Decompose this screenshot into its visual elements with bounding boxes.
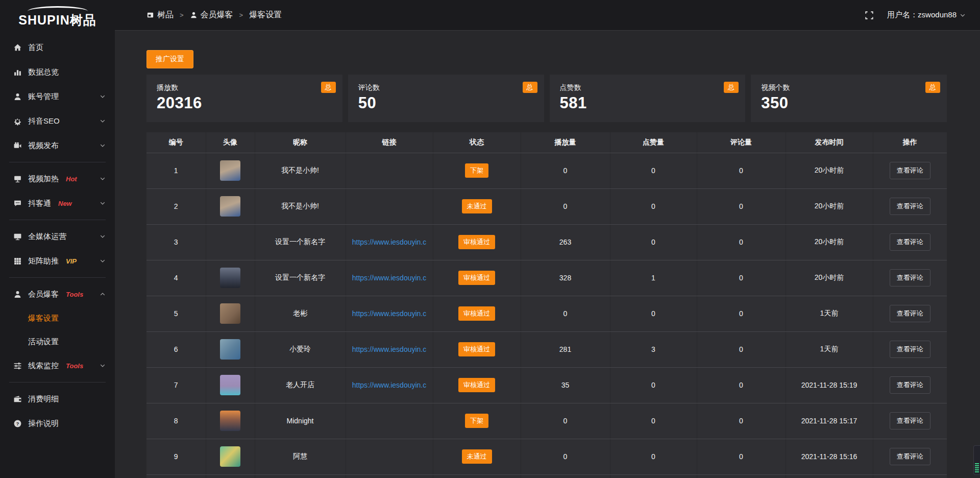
cell-status: 下架 <box>433 403 521 439</box>
sidebar-item-label: 线索监控 <box>28 361 59 371</box>
sidebar-item-label: 首页 <box>28 43 43 53</box>
table-row: 8Midnight下架0002021-11-28 15:17查看评论 <box>146 403 947 439</box>
video-link[interactable]: https://www.iesdouyin.c <box>346 274 433 282</box>
sidebar-item-label: 视频加热 <box>28 174 59 184</box>
cell-plays: 328 <box>521 260 610 296</box>
video-link[interactable]: https://www.iesdouyin.c <box>346 309 433 318</box>
view-comments-button[interactable]: 查看评论 <box>890 162 930 179</box>
sidebar-item-badge: Tools <box>66 291 83 298</box>
sidebar-submenu: 爆客设置活动设置 <box>0 306 115 353</box>
sidebar-item-抖客通[interactable]: 抖客通New <box>0 191 115 216</box>
cell-likes: 3 <box>610 331 697 367</box>
sidebar-item-线索监控[interactable]: 线索监控Tools <box>0 353 115 378</box>
cell-link <box>346 153 433 188</box>
chevron-down-icon <box>100 233 106 240</box>
chevron-down-icon <box>100 176 106 182</box>
cell-id: 3 <box>146 224 206 260</box>
stat-card-点赞数: 点赞数581总 <box>550 75 746 122</box>
brand-logo[interactable]: SHUPIN树品 <box>18 2 96 29</box>
fullscreen-icon[interactable] <box>865 11 874 20</box>
breadcrumb-item-0[interactable]: 树品 <box>146 10 174 20</box>
sidebar-subitem-爆客设置[interactable]: 爆客设置 <box>0 306 115 330</box>
table-row: 2我不是小帅!未通过00020小时前查看评论 <box>146 188 947 224</box>
logo-arc-decoration <box>28 6 88 11</box>
cell-time: 20小时前 <box>786 224 873 260</box>
cell-time: 2021-11-28 15:16 <box>786 439 873 474</box>
avatar <box>220 196 240 217</box>
sidebar-item-视频加热[interactable]: 视频加热Hot <box>0 166 115 191</box>
table-row <box>146 474 947 478</box>
cell-action <box>873 474 947 478</box>
cell-time <box>786 474 873 478</box>
table-row: 3设置一个新名字https://www.iesdouyin.c审核通过26300… <box>146 224 947 260</box>
cell-action: 查看评论 <box>873 153 947 188</box>
sidebar-subitem-活动设置[interactable]: 活动设置 <box>0 330 115 353</box>
view-comments-button[interactable]: 查看评论 <box>890 269 930 286</box>
cell-nickname: 设置一个新名字 <box>255 224 346 260</box>
sidebar-item-消费明细[interactable]: 消费明细 <box>0 387 115 411</box>
cell-action: 查看评论 <box>873 296 947 331</box>
breadcrumb-item-2[interactable]: 爆客设置 <box>249 10 282 20</box>
cell-status: 审核通过 <box>433 224 521 260</box>
cell-link <box>346 188 433 224</box>
cell-likes: 0 <box>610 224 697 260</box>
cell-time: 2021-11-28 15:17 <box>786 403 873 439</box>
view-comments-button[interactable]: 查看评论 <box>890 341 930 358</box>
username-menu[interactable]: 用户名：zswodun88 <box>887 10 966 20</box>
video-link[interactable]: https://www.iesdouyin.c <box>346 238 433 246</box>
floating-widget[interactable] <box>973 445 980 475</box>
view-comments-button[interactable]: 查看评论 <box>890 305 930 322</box>
sidebar-item-全媒体运营[interactable]: 全媒体运营 <box>0 224 115 249</box>
view-comments-button[interactable]: 查看评论 <box>890 198 930 215</box>
view-comments-button[interactable]: 查看评论 <box>890 233 930 251</box>
status-badge: 下架 <box>465 414 488 428</box>
sidebar-item-矩阵助推[interactable]: 矩阵助推VIP <box>0 249 115 273</box>
view-comments-button[interactable]: 查看评论 <box>890 412 930 429</box>
view-comments-button[interactable]: 查看评论 <box>890 376 930 394</box>
chevron-down-icon <box>100 363 106 369</box>
video-link[interactable]: https://www.iesdouyin.c <box>346 345 433 353</box>
cell-plays: 0 <box>521 439 610 474</box>
stat-value: 20316 <box>157 94 332 112</box>
sidebar-item-数据总览[interactable]: 数据总览 <box>0 60 115 84</box>
status-badge: 审核通过 <box>458 378 495 392</box>
promotion-settings-button[interactable]: 推广设置 <box>146 50 193 68</box>
chat-icon <box>13 199 22 208</box>
video-link[interactable]: https://www.iesdouyin.c <box>346 381 433 389</box>
cell-avatar <box>206 403 255 439</box>
total-badge: 总 <box>925 82 940 93</box>
stat-value: 350 <box>761 94 937 112</box>
sidebar-item-badge: VIP <box>66 257 77 265</box>
cell-nickname: 阿慧 <box>255 439 346 474</box>
cell-nickname <box>255 474 346 478</box>
cell-id: 4 <box>146 260 206 296</box>
sidebar-menu: 首页数据总览账号管理抖音SEO视频发布视频加热Hot抖客通New全媒体运营矩阵助… <box>0 35 115 436</box>
cell-plays: 0 <box>521 188 610 224</box>
view-comments-button[interactable]: 查看评论 <box>890 448 930 465</box>
mini-bars-icon <box>975 463 979 472</box>
sidebar-item-label: 抖客通 <box>28 199 51 208</box>
cell-action: 查看评论 <box>873 260 947 296</box>
cell-comments: 0 <box>697 331 786 367</box>
table-row: 6小爱玲https://www.iesdouyin.c审核通过281301天前查… <box>146 331 947 367</box>
monitor-icon <box>13 232 22 241</box>
sidebar-item-视频发布[interactable]: 视频发布 <box>0 133 115 158</box>
avatar <box>220 446 240 467</box>
sidebar-item-账号管理[interactable]: 账号管理 <box>0 84 115 109</box>
cell-comments <box>697 474 786 478</box>
breadcrumb-item-1[interactable]: 会员爆客 <box>190 10 233 20</box>
sidebar-item-label: 账号管理 <box>28 92 59 102</box>
sidebar-item-首页[interactable]: 首页 <box>0 35 115 60</box>
cell-likes: 0 <box>610 296 697 331</box>
cell-link <box>346 474 433 478</box>
sidebar-item-会员爆客[interactable]: 会员爆客Tools <box>0 282 115 306</box>
cell-likes <box>610 474 697 478</box>
cell-avatar <box>206 224 255 260</box>
cell-status: 审核通过 <box>433 331 521 367</box>
svg-text:?: ? <box>16 420 19 426</box>
sidebar-item-抖音SEO[interactable]: 抖音SEO <box>0 109 115 133</box>
sidebar-item-操作说明[interactable]: ?操作说明 <box>0 411 115 436</box>
chevron-down-icon <box>100 258 106 264</box>
cell-comments: 0 <box>697 439 786 474</box>
chevron-down-icon <box>960 12 966 18</box>
